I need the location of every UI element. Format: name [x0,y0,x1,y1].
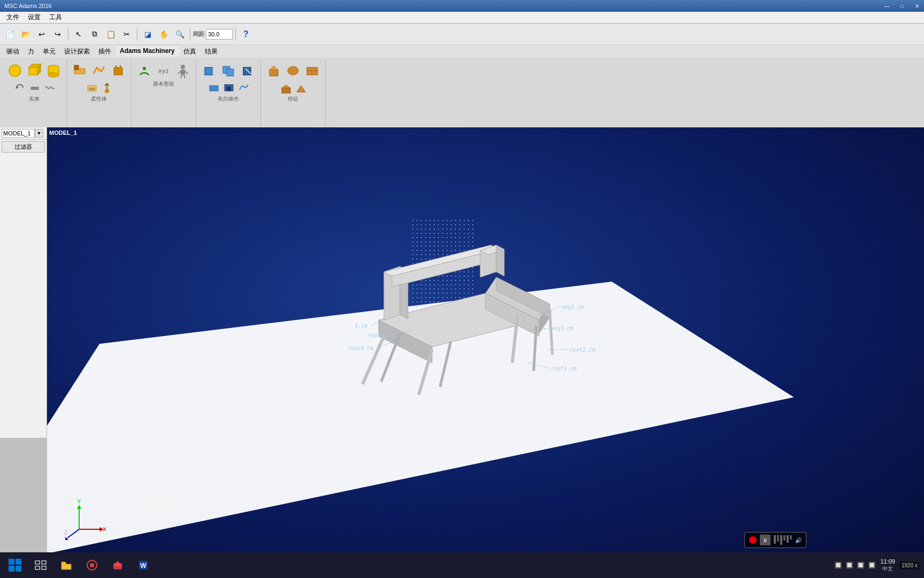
svg-text:X: X [103,526,106,533]
tb-paste[interactable]: 📋 [103,27,118,42]
icon-feat4[interactable] [279,81,292,94]
icon-feat2[interactable] [284,62,302,79]
svg-line-66 [550,309,552,355]
svg-line-28 [185,71,188,74]
tab-drive[interactable]: 驱动 [2,46,24,57]
svg-line-87 [67,529,79,538]
app2-button[interactable]: W [133,554,154,576]
tray-icon-2: 🔲 [845,561,853,569]
ribbon-icons-shapes-row1: xyz [136,62,191,79]
tb-open[interactable]: 📂 [18,27,33,42]
record-pause-button[interactable]: ⏸ [760,535,771,545]
icon-bool5[interactable] [222,81,235,94]
file-explorer-button[interactable] [56,554,77,576]
title-bar: MSC Adams 2016 — □ ✕ [0,0,924,12]
icon-feat5[interactable] [294,81,307,94]
svg-line-79 [528,363,550,368]
tb-copy[interactable]: ⧉ [87,27,102,42]
icon-person[interactable] [174,62,191,79]
tab-units[interactable]: 单元 [38,46,60,57]
minimize-button[interactable]: — [880,0,894,12]
svg-marker-45 [282,85,290,88]
menu-tools[interactable]: 工具 [45,12,66,23]
tab-results[interactable]: 结果 [201,46,222,57]
svg-rect-96 [35,566,40,569]
icon-bool2[interactable] [220,62,237,79]
icon-bool3[interactable] [239,62,256,79]
icon-arc[interactable] [136,62,153,79]
svg-rect-95 [42,561,46,564]
maximize-button[interactable]: □ [895,0,909,12]
icon-bool1[interactable] [201,62,218,79]
icon-flex4[interactable]: xyz [85,81,98,94]
model-selector: ▼ [0,127,47,140]
clock[interactable]: 11:09 中文 [880,558,895,573]
svg-text:veg2.cm: veg2.cm [561,304,584,310]
icon-feat3[interactable] [304,62,321,79]
task-view-button[interactable] [30,554,51,576]
svg-text:root1.cm: root1.cm [551,366,576,371]
svg-point-13 [97,68,101,71]
menu-file[interactable]: 文件 [2,12,24,23]
svg-text:Y: Y [77,498,81,505]
tb-redo[interactable]: ↪ [50,27,65,42]
tab-design[interactable]: 设计探索 [60,46,94,57]
svg-text:Z: Z [64,529,68,536]
viewport-3d[interactable]: MODEL_1 [47,127,924,552]
tab-simulate[interactable]: 仿真 [179,46,201,57]
machine-3d: 3.cm root3.cm root4.cm veg2.cm veg1.cm r… [314,213,614,438]
tb-undo[interactable]: ↩ [34,27,49,42]
start-button[interactable] [4,554,26,576]
icon-box[interactable] [26,62,43,79]
svg-rect-33 [227,69,234,76]
tb-help[interactable]: ? [238,27,253,42]
icon-sphere[interactable] [6,62,24,79]
tb-view3d[interactable]: ◪ [140,27,155,42]
lang-indicator: 中文 [882,565,893,573]
svg-point-99 [90,563,94,567]
icon-flex1[interactable] [71,62,88,79]
menu-settings[interactable]: 设置 [24,12,45,23]
svg-text:veg1.cm: veg1.cm [551,325,573,331]
icon-spring[interactable] [43,81,56,94]
record-controls: ⏸ [760,535,771,545]
icon-flex5[interactable] [100,81,113,94]
icon-bool4[interactable] [207,81,220,94]
group-label-boolean: 布尔操作 [218,95,239,103]
icon-flex3[interactable] [110,62,127,79]
app1-button[interactable] [107,554,128,576]
ribbon-icons-flex-row1 [71,62,127,79]
tab-force[interactable]: 力 [24,46,38,57]
icon-cylinder[interactable] [45,62,62,79]
model-name-input[interactable] [2,129,35,138]
icon-xyz[interactable]: xyz [155,62,172,79]
tab-plugin[interactable]: 插件 [94,46,116,57]
icon-bool6[interactable] [237,81,250,94]
svg-marker-40 [270,65,278,70]
svg-rect-90 [9,559,14,565]
tb-select[interactable]: ↖ [71,27,86,42]
svg-line-29 [181,75,182,78]
ribbon-icons-solid-row2 [13,81,56,94]
filter-button[interactable]: 过滤器 [2,141,45,153]
tb-new[interactable]: 📄 [2,27,17,42]
tb-pan[interactable]: ✋ [156,27,171,42]
browser-button[interactable] [81,554,103,576]
coordinate-display: Y X Z [63,497,106,542]
svg-text:root4.cm: root4.cm [348,345,373,351]
icon-feat1[interactable] [265,62,282,79]
icon-flex2[interactable] [90,62,107,79]
distance-input[interactable] [206,29,233,40]
close-button[interactable]: ✕ [910,0,924,12]
recording-indicator: ⏸ 🔊 [744,532,806,548]
distance-label: 间距 [193,30,205,38]
icon-link[interactable] [28,81,41,94]
icon-rotate[interactable] [13,81,26,94]
tab-adams-machinery[interactable]: Adams Machinery [116,46,179,57]
svg-point-19 [105,89,109,93]
toolbar-separator-2 [137,28,137,41]
tb-cut[interactable]: ✂ [119,27,134,42]
model-dropdown-btn[interactable]: ▼ [35,129,43,138]
tb-zoom[interactable]: 🔍 [172,27,187,42]
svg-rect-39 [270,70,278,76]
